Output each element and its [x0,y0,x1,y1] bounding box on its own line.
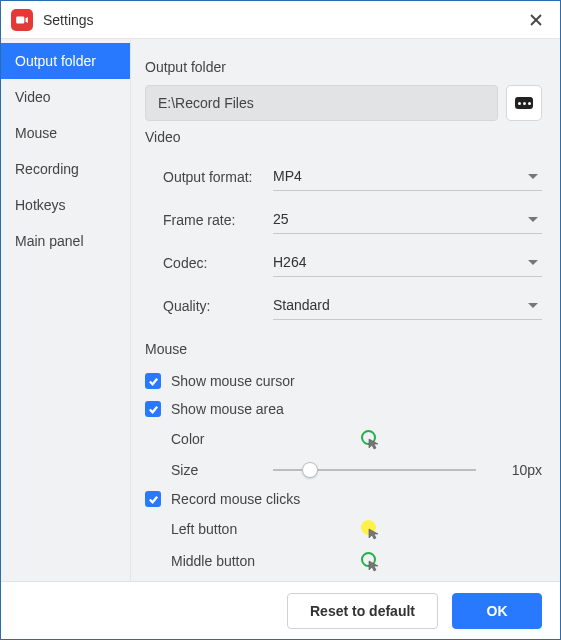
sidebar-item-video[interactable]: Video [1,79,130,115]
sidebar: Output folder Video Mouse Recording Hotk… [1,39,131,581]
middle-button-label: Middle button [171,553,271,569]
middle-button-color-picker[interactable] [361,552,379,570]
settings-content[interactable]: Output folder E:\Record Files Video Outp… [131,39,560,581]
ok-button[interactable]: OK [452,593,542,629]
quality-label: Quality: [163,298,273,314]
close-icon [530,14,542,26]
reset-to-default-button[interactable]: Reset to default [287,593,438,629]
codec-value: H264 [273,254,306,270]
sidebar-item-main-panel[interactable]: Main panel [1,223,130,259]
footer: Reset to default OK [1,581,560,639]
check-icon [148,404,159,415]
mouse-area-size-slider[interactable] [273,460,476,480]
codec-select[interactable]: H264 [273,248,542,277]
show-mouse-area-label: Show mouse area [171,401,284,417]
settings-window: Settings Output folder Video Mouse Recor… [0,0,561,640]
sidebar-item-output-folder[interactable]: Output folder [1,43,130,79]
mouse-area-color-picker[interactable] [361,430,379,448]
check-icon [148,376,159,387]
mouse-area-color-label: Color [171,431,271,447]
slider-thumb[interactable] [302,462,318,478]
check-icon [148,494,159,505]
ellipsis-icon [515,97,533,109]
left-button-color-picker[interactable] [361,520,379,538]
left-button-label: Left button [171,521,271,537]
sidebar-item-mouse[interactable]: Mouse [1,115,130,151]
quality-value: Standard [273,297,330,313]
titlebar: Settings [1,1,560,39]
record-mouse-clicks-label: Record mouse clicks [171,491,300,507]
output-format-label: Output format: [163,169,273,185]
chevron-down-icon [528,260,538,265]
window-title: Settings [43,12,94,28]
mouse-area-size-label: Size [171,462,255,478]
frame-rate-label: Frame rate: [163,212,273,228]
output-folder-path[interactable]: E:\Record Files [145,85,498,121]
output-format-value: MP4 [273,168,302,184]
section-heading-output-folder: Output folder [145,59,542,75]
output-format-select[interactable]: MP4 [273,162,542,191]
record-mouse-clicks-checkbox[interactable] [145,491,161,507]
frame-rate-value: 25 [273,211,289,227]
close-button[interactable] [522,6,550,34]
section-heading-mouse: Mouse [145,341,542,357]
mouse-area-size-value: 10px [492,462,542,478]
show-mouse-cursor-checkbox[interactable] [145,373,161,389]
codec-label: Codec: [163,255,273,271]
show-mouse-cursor-label: Show mouse cursor [171,373,295,389]
show-mouse-area-checkbox[interactable] [145,401,161,417]
chevron-down-icon [528,174,538,179]
browse-folder-button[interactable] [506,85,542,121]
sidebar-item-recording[interactable]: Recording [1,151,130,187]
app-icon [11,9,33,31]
quality-select[interactable]: Standard [273,291,542,320]
chevron-down-icon [528,217,538,222]
chevron-down-icon [528,303,538,308]
frame-rate-select[interactable]: 25 [273,205,542,234]
sidebar-item-hotkeys[interactable]: Hotkeys [1,187,130,223]
section-heading-video: Video [145,129,542,145]
